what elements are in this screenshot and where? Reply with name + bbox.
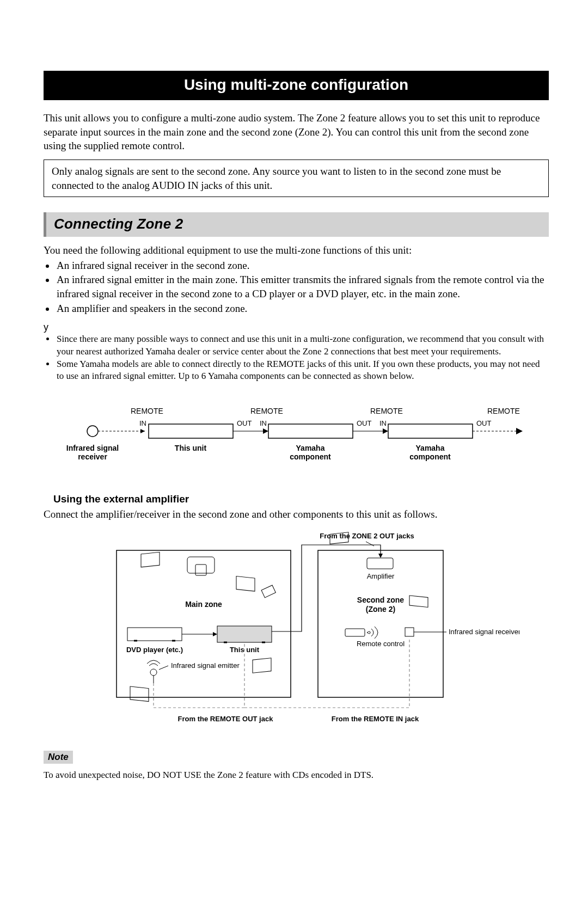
info-box: Only analog signals are sent to the seco… [44,159,549,197]
page-title-bar: Using multi-zone configuration [44,71,549,100]
from-zone2-label: From the ZONE 2 OUT jacks [320,532,414,540]
svg-line-6 [366,542,374,546]
out-label: OUT [357,419,372,427]
from-remote-in-label: From the REMOTE IN jack [332,715,419,723]
component-label: component [290,452,331,461]
note-label: Note [44,751,73,764]
amplifier-label: Amplifier [367,572,395,580]
equipment-list: An infrared signal receiver in the secon… [44,259,549,316]
speaker-icon [409,596,428,608]
ir-receiver-label: receiver [78,452,107,461]
list-item: An infrared signal emitter in the main z… [56,273,549,300]
arrowhead-icon [383,428,388,434]
remote-label: REMOTE [131,407,163,415]
dvd-box [127,628,182,641]
ir-emitter-icon [150,669,157,676]
component-box [268,424,353,438]
second-zone-label: (Zone 2) [366,605,395,613]
in-label: IN [139,419,146,427]
remote-label: REMOTE [250,407,283,415]
main-zone-box [117,550,291,697]
speaker-icon [130,686,149,702]
dvd-label: DVD player (etc.) [126,646,183,654]
sub-heading-external-amp: Using the external amplifier [53,493,549,505]
out-label: OUT [476,419,492,427]
arrowhead-icon [140,429,145,433]
remote-control-label: Remote control [357,640,405,648]
dashed-line [154,683,244,708]
zone-diagram-svg: From the ZONE 2 OUT jacks Main zone DVD … [73,531,519,732]
svg-line-5 [159,666,168,670]
component-label: Yamaha [296,444,325,452]
page: Using multi-zone configuration This unit… [0,0,588,902]
component-box [388,424,473,438]
arrowhead-icon [213,632,217,636]
speaker-icon [141,553,160,568]
list-item: An infrared signal receiver in the secon… [56,259,549,273]
speaker-icon [236,576,255,592]
remote-label: REMOTE [370,407,403,415]
list-item: An amplifier and speakers in the second … [56,302,549,316]
hint-list: Since there are many possible ways to co… [44,333,549,382]
zone2-out-line [272,545,381,631]
sub-body: Connect the amplifier/receiver in the se… [44,507,549,521]
from-remote-out-label: From the REMOTE OUT jack [178,715,274,723]
list-item: Since there are many possible ways to co… [56,333,549,357]
this-unit-box [217,626,272,642]
second-zone-label: Second zone [357,596,405,604]
in-label: IN [379,419,387,427]
speaker-icon [261,585,275,598]
amplifier-box [367,558,393,569]
ir-receiver-box [405,628,414,636]
arrowhead-icon [378,554,383,558]
out-label: OUT [237,419,252,427]
section1-lead: You need the following additional equipm… [44,243,549,257]
wave-icon [147,660,160,664]
center-speaker-icon [187,557,215,573]
main-zone-label: Main zone [185,600,222,609]
remote-chain-svg: REMOTE REMOTE REMOTE REMOTE IN OUT IN OU… [44,404,544,475]
ir-receiver-label: Infrared signal [66,444,119,452]
remote-chain-diagram: REMOTE REMOTE REMOTE REMOTE IN OUT IN OU… [44,404,549,477]
wave-icon [375,627,378,639]
list-item: Some Yamaha models are able to connect d… [56,358,549,382]
hint-marker: y [44,322,549,333]
arrowhead-icon [263,428,268,434]
wave-icon [371,629,373,636]
component-label: Yamaha [416,444,445,452]
ir-receiver-icon [87,426,98,437]
ir-receiver-label: Infrared signal receiver [449,628,519,636]
intro-paragraph: This unit allows you to configure a mult… [44,111,549,153]
page-title: Using multi-zone configuration [184,76,408,93]
note-body: To avoid unexpected noise, DO NOT USE th… [44,769,549,782]
wave-icon [149,664,158,666]
section-heading-connecting-zone2: Connecting Zone 2 [44,212,549,237]
center-speaker-foot [195,564,206,575]
this-unit-label: This unit [175,444,207,452]
zone-connection-diagram: From the ZONE 2 OUT jacks Main zone DVD … [44,531,549,734]
ir-emitter-label: Infrared signal emitter [171,661,240,670]
arrowhead-icon [516,428,523,434]
in-label: IN [260,419,267,427]
component-label: component [409,452,451,461]
speaker-icon [253,658,271,673]
remote-label: REMOTE [487,407,520,415]
this-unit-box [149,424,233,438]
remote-control-icon [345,629,365,636]
